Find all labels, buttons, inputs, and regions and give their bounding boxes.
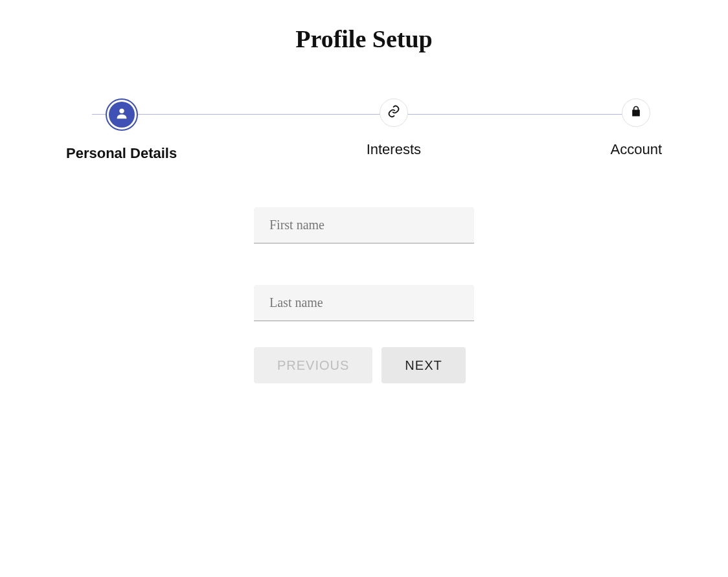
last-name-input[interactable] [254, 285, 474, 321]
svg-point-0 [119, 109, 124, 113]
lock-icon [630, 105, 643, 120]
stepper: Personal Details Interests [66, 98, 662, 162]
step-circle-account [622, 98, 650, 127]
step-interests[interactable]: Interests [367, 98, 421, 162]
next-button[interactable]: NEXT [381, 347, 465, 383]
page-title: Profile Setup [0, 25, 728, 53]
form-card: PREVIOUS NEXT [189, 207, 539, 383]
step-label-interests: Interests [367, 141, 421, 158]
button-row: PREVIOUS NEXT [254, 347, 474, 383]
step-personal-details[interactable]: Personal Details [66, 98, 177, 162]
first-name-input[interactable] [254, 207, 474, 243]
person-icon [115, 106, 129, 123]
step-account[interactable]: Account [611, 98, 663, 162]
previous-button: PREVIOUS [254, 347, 372, 383]
step-circle-personal-details [106, 98, 138, 131]
link-icon [387, 104, 401, 121]
first-name-field-wrap [254, 207, 474, 243]
step-label-account: Account [611, 141, 663, 158]
last-name-field-wrap [254, 285, 474, 321]
step-circle-interests [380, 98, 408, 127]
step-label-personal-details: Personal Details [66, 145, 177, 162]
